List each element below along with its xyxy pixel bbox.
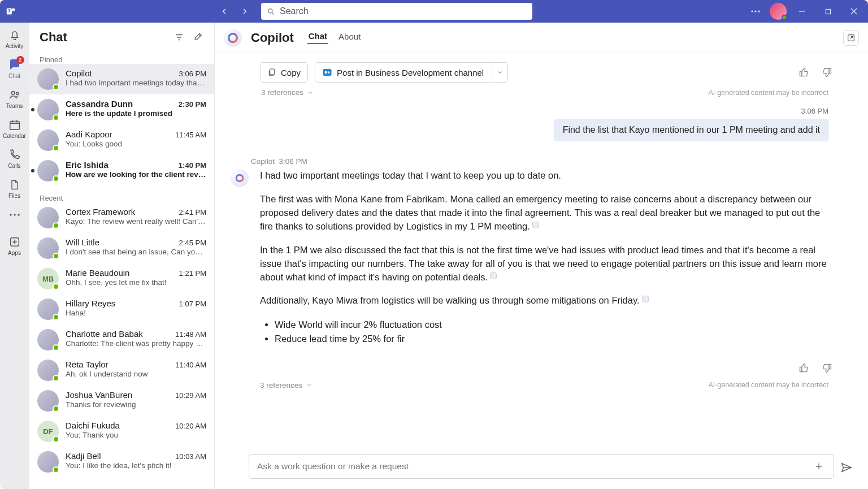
chat-list-item[interactable]: Kadji Bell10:03 AMYou: I like the idea, …: [29, 447, 214, 477]
pinned-section-label: Pinned: [29, 52, 214, 64]
filter-button[interactable]: [173, 32, 185, 43]
tab-about[interactable]: About: [337, 32, 362, 44]
reference-marker[interactable]: [490, 272, 497, 279]
chat-list-item[interactable]: MBMarie Beaudouin1:21 PMOhh, I see, yes …: [29, 263, 214, 294]
presence-indicator: [53, 114, 59, 121]
chat-list-item[interactable]: DFDaichi Fukuda10:20 AMYou: Thank you: [29, 416, 214, 447]
chat-name: Cassandra Dunn: [66, 99, 133, 109]
chat-list-panel: Chat Pinned Copilot3:06 PMI had two impo…: [29, 23, 215, 489]
composer-input[interactable]: [256, 461, 811, 472]
rail-label: Activity: [6, 43, 24, 49]
chat-list-item[interactable]: Eric Ishida1:40 PMHow are we looking for…: [29, 155, 214, 186]
chat-time: 2:45 PM: [179, 239, 206, 247]
rail-label: Files: [8, 193, 20, 199]
presence-indicator: [53, 84, 59, 90]
chat-time: 3:06 PM: [179, 70, 206, 78]
post-channel-dropdown-icon[interactable]: [492, 62, 507, 83]
new-chat-button[interactable]: [193, 32, 204, 43]
thumbs-down-button[interactable]: [819, 65, 834, 80]
rail-calendar[interactable]: Calendar: [1, 118, 28, 139]
reply-paragraph: Additionally, Kayo Miwa from logistics w…: [260, 295, 640, 305]
chat-list-item[interactable]: Will Little2:45 PMI don't see that being…: [29, 233, 214, 263]
rail-calls[interactable]: Calls: [1, 148, 28, 169]
window-close-button[interactable]: [843, 0, 865, 23]
chat-time: 11:40 AM: [175, 361, 206, 369]
open-external-button[interactable]: [843, 30, 859, 46]
presence-indicator: [53, 145, 59, 152]
presence-indicator: [53, 175, 59, 182]
reference-marker[interactable]: [532, 222, 539, 228]
search-field[interactable]: Search: [261, 3, 532, 20]
chat-list-item[interactable]: Reta Taylor11:40 AMAh, ok I understand n…: [29, 355, 214, 386]
svg-point-18: [325, 71, 328, 74]
people-icon: [8, 88, 21, 102]
chat-list-item[interactable]: Joshua VanBuren10:29 AMThanks for review…: [29, 386, 214, 416]
tab-chat[interactable]: Chat: [307, 31, 328, 44]
chat-preview: Ohh, I see, yes let me fix that!: [66, 278, 206, 287]
post-channel-label: Post in Business Development channel: [337, 68, 484, 77]
chat-name: Charlotte and Babak: [66, 329, 143, 339]
chat-preview: You: Thank you: [66, 431, 206, 439]
rail-more[interactable]: [1, 208, 28, 222]
rail-label: Chat: [8, 73, 20, 79]
chat-list-item[interactable]: Charlotte and Babak11:48 AMCharlotte: Th…: [29, 324, 214, 355]
more-horizontal-icon: [8, 208, 21, 222]
chat-list-item[interactable]: Hillary Reyes1:07 PMHaha!: [29, 294, 214, 324]
chat-name: Eric Ishida: [66, 160, 108, 170]
window-maximize-button[interactable]: [817, 0, 839, 23]
chat-avatar: [37, 237, 59, 259]
message-composer[interactable]: [249, 454, 834, 479]
rail-label: Apps: [8, 250, 21, 256]
chat-avatar: [37, 451, 59, 473]
chat-list-item[interactable]: Aadi Kapoor11:45 AMYou: Looks good: [29, 125, 214, 155]
chat-preview: Here is the update I promised: [66, 109, 206, 118]
chat-avatar: [37, 99, 59, 120]
more-options-button[interactable]: [746, 3, 765, 19]
title-bar: Search: [0, 0, 868, 23]
chat-time: 2:41 PM: [179, 208, 206, 217]
nav-forward-button[interactable]: [235, 3, 254, 19]
composer-plus-button[interactable]: [811, 458, 827, 474]
rail-teams[interactable]: Teams: [1, 88, 28, 109]
rail-activity[interactable]: Activity: [1, 28, 28, 49]
ai-content-notice: AI-generated content may be incorrect: [708, 89, 828, 97]
copy-button[interactable]: Copy: [260, 62, 308, 83]
reply-paragraph: In the 1 PM we also discussed the fact t…: [260, 245, 827, 282]
rail-apps[interactable]: Apps: [1, 235, 28, 256]
recent-section-label: Recent: [29, 191, 214, 202]
chat-preview: I had two important meetings today that …: [66, 79, 206, 87]
reference-marker[interactable]: [642, 296, 649, 302]
chat-preview: Ah, ok I understand now: [66, 370, 206, 378]
chat-avatar: [37, 207, 59, 228]
user-avatar[interactable]: [770, 3, 787, 20]
window-minimize-button[interactable]: [791, 0, 813, 23]
unread-indicator: [31, 169, 34, 172]
chat-list-item[interactable]: Cassandra Dunn2:30 PMHere is the update …: [29, 94, 214, 125]
post-channel-button[interactable]: Post in Business Development channel: [315, 62, 508, 83]
thumbs-down-button[interactable]: [819, 361, 834, 375]
references-toggle[interactable]: 3 references: [260, 381, 313, 390]
presence-indicator: [53, 314, 59, 321]
chat-preview: Haha!: [66, 309, 206, 317]
conversation-pane: Copilot Chat About Copy Post in Business…: [215, 23, 868, 489]
thumbs-up-button[interactable]: [797, 361, 811, 375]
rail-files[interactable]: Files: [1, 178, 28, 199]
nav-back-button[interactable]: [215, 3, 234, 19]
svg-point-0: [12, 8, 15, 12]
chat-list-item[interactable]: Cortex Framework2:41 PMKayo: The review …: [29, 202, 214, 233]
chat-avatar: [37, 129, 59, 151]
presence-indicator: [53, 283, 59, 290]
chat-preview: I don't see that being an issue, Can you…: [66, 248, 206, 256]
send-button[interactable]: [836, 457, 857, 478]
user-message-bubble[interactable]: Find the list that Kayo mentioned in our…: [554, 119, 828, 141]
teams-channel-icon: [322, 67, 332, 77]
message-actions-row: Copy Post in Business Development channe…: [249, 53, 834, 86]
file-icon: [8, 178, 21, 192]
svg-point-14: [229, 33, 237, 42]
app-body: Activity 2 Chat Teams Calendar Calls: [0, 23, 868, 489]
rail-chat[interactable]: 2 Chat: [1, 58, 28, 79]
chat-time: 1:40 PM: [179, 161, 206, 170]
references-toggle[interactable]: 3 references: [261, 88, 314, 97]
thumbs-up-button[interactable]: [797, 65, 811, 80]
chat-list-item[interactable]: Copilot3:06 PMI had two important meetin…: [29, 64, 214, 94]
